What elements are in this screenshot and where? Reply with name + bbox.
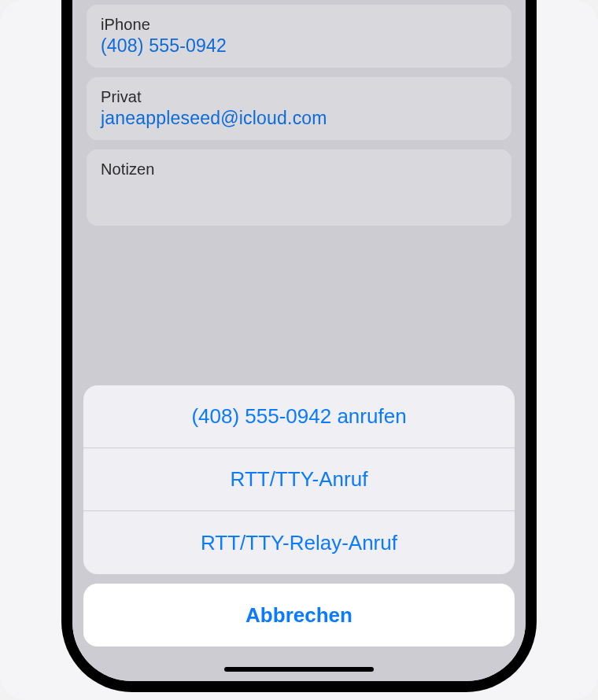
phone-frame: iPhone (408) 555-0942 Privat janeapplese… <box>61 0 537 692</box>
call-number-option[interactable]: (408) 555-0942 anrufen <box>83 385 515 448</box>
notes-card[interactable]: Notizen <box>87 149 511 226</box>
phone-card[interactable]: iPhone (408) 555-0942 <box>87 5 511 68</box>
home-indicator[interactable] <box>224 667 374 672</box>
email-value: janeappleseed@icloud.com <box>101 108 497 129</box>
rtt-tty-relay-call-option[interactable]: RTT/TTY-Relay-Anruf <box>83 511 515 574</box>
action-sheet-options: (408) 555-0942 anrufen RTT/TTY-Anruf RTT… <box>83 385 515 574</box>
email-card[interactable]: Privat janeappleseed@icloud.com <box>87 77 511 140</box>
phone-label: iPhone <box>101 16 497 34</box>
cancel-button[interactable]: Abbrechen <box>83 584 515 647</box>
rtt-tty-call-option[interactable]: RTT/TTY-Anruf <box>83 448 515 511</box>
email-label: Privat <box>101 88 497 106</box>
contact-detail-bg: iPhone (408) 555-0942 Privat janeapplese… <box>72 0 526 681</box>
action-sheet: (408) 555-0942 anrufen RTT/TTY-Anruf RTT… <box>72 385 526 681</box>
contact-fields: iPhone (408) 555-0942 Privat janeapplese… <box>72 5 526 226</box>
notes-label: Notizen <box>101 160 497 179</box>
phone-screen: iPhone (408) 555-0942 Privat janeapplese… <box>72 0 526 681</box>
phone-value: (408) 555-0942 <box>101 35 497 57</box>
